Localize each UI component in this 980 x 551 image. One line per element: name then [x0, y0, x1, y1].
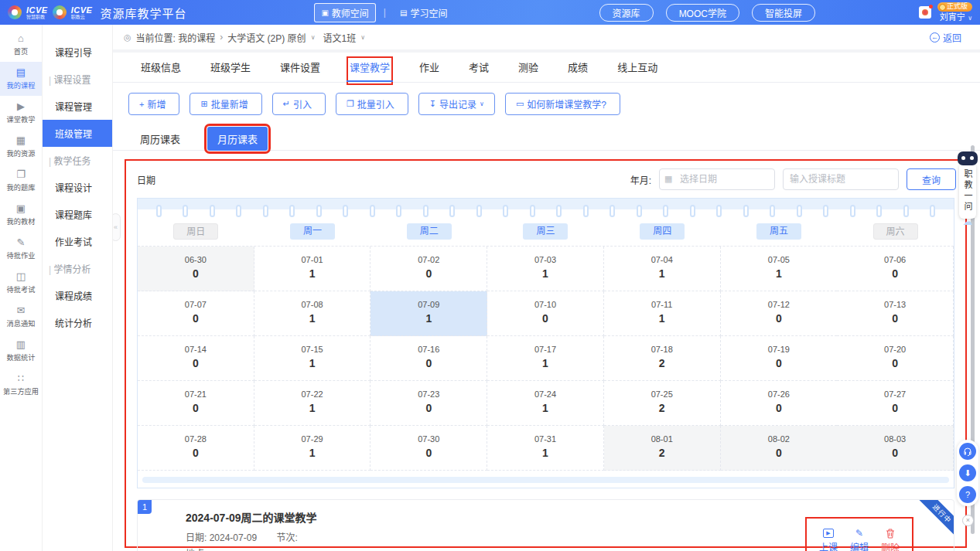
sidebar-item[interactable]: 课程成绩 — [43, 282, 112, 309]
rail-item[interactable]: ◫ 待批考试 — [0, 266, 42, 300]
sidebar-item[interactable]: 统计分析 — [43, 309, 112, 336]
calendar-day-cell[interactable]: 07-27 0 — [837, 381, 954, 426]
breadcrumb-course[interactable]: 大学语文 (2P) 原创 — [227, 31, 306, 44]
sidebar-item[interactable]: 课程管理 — [43, 93, 112, 120]
calendar-day-cell[interactable]: 07-16 0 — [370, 336, 487, 381]
calendar-day-cell[interactable]: 07-20 0 — [837, 336, 954, 381]
user-menu[interactable]: 刘宵宁 ∨ — [940, 12, 972, 22]
calendar-day-cell[interactable]: 07-22 1 — [254, 381, 371, 426]
rail-item[interactable]: ▦ 我的资源 — [0, 130, 42, 164]
rail-item[interactable]: ▤ 我的课程 — [0, 62, 42, 96]
tab-item[interactable]: 班级学生 — [210, 60, 251, 82]
calendar-day-cell[interactable]: 07-12 0 — [721, 291, 838, 336]
rail-item[interactable]: ✉ 消息通知 — [0, 300, 42, 334]
toolbar-button[interactable]: ↧ 导出记录 ∨ — [418, 93, 495, 115]
sidebar-item[interactable]: 课程引导 — [43, 39, 112, 66]
rail-item[interactable]: ⌂ 首页 — [0, 28, 42, 62]
teacher-space-button[interactable]: ▣ 教师空间 — [314, 3, 375, 22]
tab-item[interactable]: 成绩 — [568, 60, 588, 82]
customer-service-button[interactable] — [959, 443, 976, 460]
header-link-pill[interactable]: 资源库 — [599, 4, 654, 22]
tab-item[interactable]: 课堂教学 — [350, 60, 390, 82]
delete-lesson-button[interactable]: 删除 — [881, 529, 900, 551]
rail-item[interactable]: ▣ 我的教材 — [0, 198, 42, 232]
calendar-day-cell[interactable]: 07-06 0 — [837, 247, 954, 291]
cell-date: 08-01 — [604, 434, 720, 444]
app-notification-icon[interactable] — [919, 6, 931, 19]
rail-item[interactable]: ❐ 我的题库 — [0, 164, 42, 198]
header-link-pill[interactable]: MOOC学院 — [666, 4, 739, 22]
start-class-button[interactable]: ▶ 上课 — [819, 529, 838, 551]
breadcrumb-class[interactable]: 语文1班 — [323, 31, 356, 44]
rail-item[interactable]: ▥ 数据统计 — [0, 334, 42, 368]
tab-item[interactable]: 作业 — [419, 60, 439, 82]
calendar-day-cell[interactable]: 07-18 2 — [604, 336, 721, 381]
calendar-day-cell[interactable]: 07-29 1 — [254, 426, 371, 471]
lesson-title-input[interactable] — [783, 168, 899, 190]
calendar-day-cell[interactable]: 07-21 0 — [138, 381, 254, 426]
sidebar-item[interactable]: 班级管理 — [43, 120, 112, 147]
calendar-day-cell[interactable]: 07-05 1 — [721, 247, 838, 291]
date-picker-input[interactable] — [659, 168, 775, 190]
calendar-day-cell[interactable]: 07-31 1 — [487, 426, 604, 471]
help-button[interactable]: ? — [959, 486, 976, 503]
tab-item[interactable]: 课件设置 — [280, 60, 320, 82]
rail-item[interactable]: ∷ 第三方应用 — [0, 368, 42, 402]
calendar-day-cell[interactable]: 08-03 0 — [837, 426, 954, 471]
tab-item[interactable]: 测验 — [518, 60, 538, 82]
schedule-view-tab[interactable]: 月历课表 — [207, 127, 268, 151]
tab-item[interactable]: 线上互动 — [617, 60, 657, 82]
calendar-day-cell[interactable]: 07-17 1 — [487, 336, 604, 381]
calendar-day-cell[interactable]: 07-28 0 — [138, 426, 254, 471]
edit-lesson-button[interactable]: ✎ 编辑 — [850, 529, 869, 551]
calendar-day-cell[interactable]: 07-15 1 — [254, 336, 371, 381]
calendar-day-cell[interactable]: 06-30 0 — [138, 247, 254, 291]
calendar-day-cell[interactable]: 07-30 0 — [370, 426, 487, 471]
sidebar-item[interactable]: 作业考试 — [43, 228, 112, 255]
calendar-day-cell[interactable]: 07-03 1 — [487, 247, 604, 291]
calendar-day-cell[interactable]: 07-23 0 — [370, 381, 487, 426]
toolbar-button[interactable]: ↵ 引入 — [272, 93, 326, 115]
tab-item[interactable]: 考试 — [469, 60, 489, 82]
calendar-day-cell[interactable]: 07-08 1 — [254, 291, 371, 336]
collapse-widgets-button[interactable]: × — [962, 515, 974, 526]
header-link-pill[interactable]: 智能投屏 — [752, 4, 815, 22]
calendar-day-cell[interactable]: 07-11 1 — [604, 291, 721, 336]
sidebar-item[interactable]: 教学任务 — [43, 147, 112, 174]
toolbar-button[interactable]: + 新增 — [128, 93, 179, 115]
calendar-day-cell[interactable]: 07-02 0 — [370, 247, 487, 291]
calendar-day-cell[interactable]: 07-10 0 — [487, 291, 604, 336]
calendar-day-cell[interactable]: 07-14 0 — [138, 336, 254, 381]
back-button[interactable]: ← 返回 — [922, 28, 969, 47]
learning-space-button[interactable]: ▤ 学习空间 — [394, 4, 453, 22]
search-button[interactable]: 查询 — [907, 168, 956, 190]
toolbar-button[interactable]: ⊞ 批量新增 — [190, 93, 261, 115]
calendar-day-cell[interactable]: 07-19 0 — [721, 336, 838, 381]
rail-item[interactable]: ✎ 待批作业 — [0, 232, 42, 266]
sidebar-item[interactable]: 课程设置 — [43, 66, 112, 93]
rail-item[interactable]: ▶ 课堂教学 — [0, 96, 42, 130]
calendar-day-cell[interactable]: 07-26 0 — [721, 381, 838, 426]
sidebar-item[interactable]: 课程设计 — [43, 174, 112, 201]
calendar-day-cell[interactable]: 07-09 1 — [370, 291, 487, 336]
calendar-day-cell[interactable]: 07-13 0 — [837, 291, 954, 336]
weekday-pill: 周一 — [290, 223, 335, 240]
calendar-day-cell[interactable]: 08-02 0 — [721, 426, 838, 471]
calendar-day-cell[interactable]: 07-25 2 — [604, 381, 721, 426]
class-caret-icon[interactable]: ∨ — [360, 34, 365, 41]
calendar-day-cell[interactable]: 08-01 2 — [604, 426, 721, 471]
course-caret-icon[interactable]: ∨ — [311, 34, 316, 41]
toolbar-button[interactable]: ❐ 批量引入 — [336, 93, 408, 115]
assistant-widget[interactable]: 职教一问 ☁ — [957, 151, 978, 227]
download-button[interactable]: ⬇ — [959, 464, 976, 481]
sidebar-item[interactable]: 学情分析 — [43, 255, 112, 282]
calendar-day-cell[interactable]: 07-04 1 — [604, 247, 721, 291]
weekday-pill: 周六 — [873, 223, 918, 240]
schedule-view-tab[interactable]: 周历课表 — [130, 127, 190, 151]
calendar-day-cell[interactable]: 07-01 1 — [254, 247, 371, 291]
calendar-day-cell[interactable]: 07-07 0 — [138, 291, 254, 336]
toolbar-button[interactable]: ▭ 如何新增课堂教学? — [505, 93, 620, 115]
sidebar-item[interactable]: 课程题库 — [43, 201, 112, 228]
calendar-day-cell[interactable]: 07-24 1 — [487, 381, 604, 426]
tab-item[interactable]: 班级信息 — [141, 60, 181, 82]
